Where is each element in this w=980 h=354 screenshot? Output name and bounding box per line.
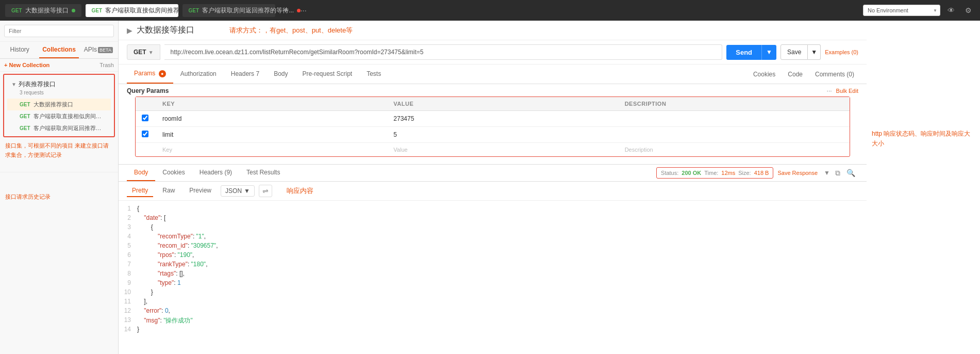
tab-headers[interactable]: Headers 7 [224,65,267,84]
params-badge: ● [159,70,166,77]
collections-annotation-box: ▼ 列表推荐接口 3 requests GET 大数据推荐接口 GET 客户端获… [3,74,115,137]
environment-select[interactable]: No Environment [863,5,940,16]
params-more-icon[interactable]: ··· [827,87,836,94]
tab-apis[interactable]: APIsBETA [79,42,118,58]
format-preview[interactable]: Preview [184,185,217,197]
search-input[interactable] [4,25,114,37]
key-header: KEY [156,97,387,110]
comments-link[interactable]: Comments (0) [811,66,858,83]
param-value-0[interactable]: 273475 [387,111,618,126]
tab-pre-request[interactable]: Pre-request Script [295,65,359,84]
eye-icon[interactable]: 👁 [944,4,958,17]
request-tab-3[interactable]: GET 客户端获取房间返回推荐的等待... [182,4,275,17]
tab-title-2: 客户端获取直接似房间推荐 [105,6,179,15]
method-dropdown[interactable]: GET ▼ [127,44,160,60]
tab-collections[interactable]: Collections [39,42,78,58]
bulk-edit-button[interactable]: Bulk Edit [836,88,858,94]
code-line-7: 7 "rankType": "180", [119,261,867,270]
method-label-2: GET [20,125,30,131]
request-item-1[interactable]: GET 客户端获取直接相似房间推荐 [7,110,111,122]
request-item-0[interactable]: GET 大数据推荐接口 [7,99,111,110]
method-badge-1: GET [11,8,22,13]
query-params-label: Query Params [127,87,169,94]
top-right-controls: No Environment 👁 ⚙ [863,4,975,17]
top-tab-bar: GET 大数据接等接口 GET 客户端获取直接似房间推荐 GET 客户端获取房间… [0,0,980,21]
code-line-5: 5 "recom_id": "309657", [119,242,867,251]
response-tab-body[interactable]: Body [127,165,155,181]
param-value-1[interactable]: 5 [387,127,618,142]
wrap-icon[interactable]: ⇌ [259,185,272,197]
save-response-arrow[interactable]: ▼ [822,169,832,176]
main-layout: History Collections APIsBETA + New Colle… [0,21,980,354]
collection-count: 3 requests [11,90,107,95]
collections-desc-annotation: 接口集，可根据不同的项目 来建立接口请求集合，方便测试记录 [0,139,118,162]
response-tab-test-results[interactable]: Test Results [239,165,287,181]
response-content-annotation: 响应内容 [287,186,313,196]
trash-link[interactable]: Trash [99,62,114,68]
param-key-1[interactable]: limit [156,127,387,142]
format-raw[interactable]: Raw [157,185,180,197]
search-icon[interactable]: 🔍 [843,169,858,177]
new-collection-button[interactable]: + New Collection [4,62,49,68]
examples-link[interactable]: Examples (0) [825,49,858,55]
code-line-13: 13 "msg": "操作成功" [119,316,867,326]
request-title: 大数据接等接口 [137,25,194,36]
size-value: 418 B [754,170,769,176]
url-bar: GET ▼ Send ▼ Save ▼ Examples (0) [119,40,867,65]
request-name-1: 客户端获取直接相似房间推荐 [34,112,107,120]
copy-icon[interactable]: ⧉ [832,169,843,178]
sidebar-actions: + New Collection Trash [0,59,118,72]
save-dropdown-button[interactable]: ▼ [808,44,821,60]
code-editor: 1 { 2 "date": [ 3 { 4 "recomType": "1", [119,201,867,354]
tab-body[interactable]: Body [267,65,295,84]
format-select-dropdown[interactable]: JSON ▼ [221,185,255,197]
response-tab-headers[interactable]: Headers (9) [192,165,239,181]
size-label: Size: [738,170,751,176]
env-selector-wrapper: No Environment [863,5,940,16]
save-button[interactable]: Save [780,44,808,60]
url-input[interactable] [164,44,723,60]
footer-checkbox [136,143,156,156]
footer-value[interactable]: Value [387,143,618,156]
tab-tests[interactable]: Tests [359,65,388,84]
time-value: 12ms [721,170,735,176]
request-tab-1[interactable]: GET 大数据接等接口 [5,4,81,17]
params-footer: Key Value Description [136,143,850,156]
response-status-bar: Status: 200 OK Time: 12ms Size: 418 B [656,167,773,179]
send-button[interactable]: Send [726,45,761,60]
send-button-group: Send ▼ [726,45,776,60]
collection-header: ▼ 列表推荐接口 [11,80,107,89]
method-arrow-icon: ▼ [148,50,154,55]
footer-key[interactable]: Key [156,143,387,156]
save-response-button[interactable]: Save Response [773,170,822,176]
footer-desc[interactable]: Description [619,143,850,156]
settings-icon[interactable]: ⚙ [962,4,975,17]
history-desc-annotation: 接口请求历史记录 [0,172,118,203]
right-annotations: http 响应状态码、响应时间及响应大大小 [867,21,980,354]
add-tab-button[interactable]: + [279,4,292,17]
response-tab-cookies[interactable]: Cookies [155,165,192,181]
collection-item[interactable]: ▼ 列表推荐接口 3 requests [7,77,111,99]
response-section: Body Cookies Headers (9) Test Results St… [119,164,867,354]
cookies-link[interactable]: Cookies [749,66,779,83]
format-pretty[interactable]: Pretty [127,185,153,197]
code-link[interactable]: Code [784,66,807,83]
param-checkbox-0[interactable] [136,111,156,126]
tab-authorization[interactable]: Authorization [173,65,224,84]
tab-params[interactable]: Params ● [127,65,173,84]
code-line-4: 4 "recomType": "1", [119,233,867,242]
request-tab-2[interactable]: GET 客户端获取直接似房间推荐 [86,4,178,17]
query-params-header: Query Params ··· Bulk Edit [119,84,867,94]
param-key-0[interactable]: roomId [156,111,387,126]
send-dropdown-button[interactable]: ▼ [761,45,776,60]
more-tabs-button[interactable]: ··· [296,4,311,17]
tab-history[interactable]: History [0,42,39,58]
checkbox-header [136,97,156,110]
param-checkbox-1[interactable] [136,127,156,142]
params-table-header: KEY VALUE DESCRIPTION [136,97,850,111]
request-item-2[interactable]: GET 客户端获取房间返回推荐的等待时间... [7,122,111,134]
code-line-8: 8 "rtags": [], [119,270,867,279]
status-value: 200 OK [682,170,701,176]
method-label-1: GET [20,114,30,119]
params-table-wrapper: KEY VALUE DESCRIPTION roomId 273475 limi… [127,96,858,161]
